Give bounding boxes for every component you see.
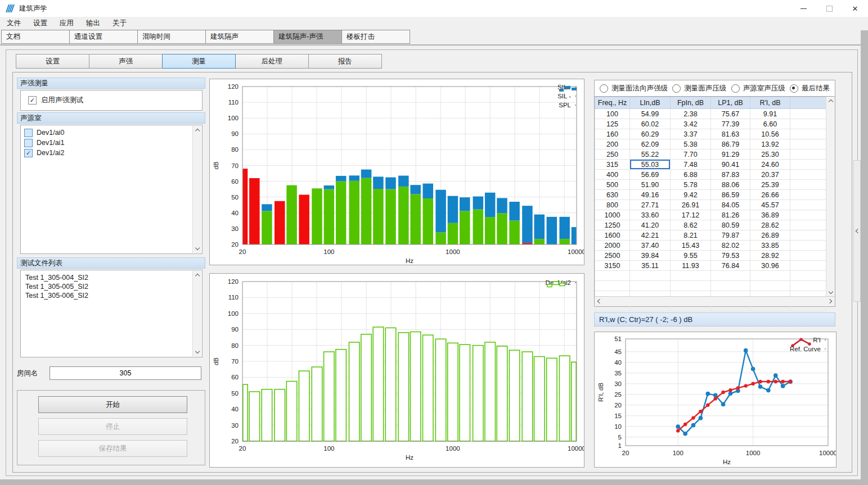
menu-item-1[interactable]: 设置 (27, 17, 53, 30)
sub-tab-1[interactable]: 声强 (89, 54, 163, 69)
table-cell[interactable]: 81.63 (711, 129, 750, 139)
table-cell[interactable]: 77.39 (711, 119, 750, 129)
table-cell[interactable]: 26.91 (671, 200, 711, 210)
table-cell[interactable]: 8.21 (671, 230, 711, 241)
table-cell[interactable] (790, 281, 826, 291)
channel-row-2[interactable]: Dev1/ai2 (21, 148, 202, 158)
table-cell[interactable]: 315 (595, 160, 630, 170)
table-cell[interactable]: 9.42 (671, 190, 711, 200)
table-cell[interactable]: 250 (595, 149, 630, 160)
table-cell[interactable]: 17.12 (671, 210, 711, 220)
table-cell[interactable]: 160 (595, 129, 630, 139)
table-cell[interactable]: 10.56 (750, 129, 790, 139)
legend-plot-style-icon[interactable] (825, 348, 826, 350)
table-cell[interactable]: 15.43 (671, 241, 711, 251)
table-cell[interactable]: 51.90 (630, 180, 671, 190)
table-cell[interactable]: 7.70 (671, 149, 711, 160)
sub-tab-4[interactable]: 报告 (308, 54, 382, 69)
result-view-radio-3[interactable]: 最后结果 (790, 84, 830, 93)
close-button[interactable]: ✕ (842, 0, 868, 17)
table-cell[interactable] (790, 139, 826, 149)
table-cell[interactable]: 54.99 (630, 109, 671, 119)
channel-row-0[interactable]: Dev1/ai0 (21, 128, 202, 138)
table-cell[interactable] (711, 281, 750, 291)
table-cell[interactable]: 2.38 (671, 109, 711, 119)
test-file-item-2[interactable]: Test 1_305-006_SI2 (21, 291, 202, 300)
scroll-up-icon[interactable] (193, 271, 201, 279)
table-cell[interactable]: 28.62 (750, 220, 790, 230)
table-cell[interactable]: 400 (595, 170, 630, 180)
table-cell[interactable] (790, 190, 826, 200)
legend-entry[interactable]: SIL - (557, 93, 576, 99)
table-cell[interactable]: 82.02 (711, 241, 750, 251)
main-tab-0[interactable]: 文档 (1, 30, 70, 44)
table-cell[interactable]: 30.96 (750, 261, 790, 271)
scroll-right-icon[interactable] (826, 297, 835, 305)
table-cell[interactable]: 76.84 (711, 261, 750, 271)
table-cell[interactable]: 11.93 (671, 261, 711, 271)
table-cell[interactable] (630, 271, 671, 281)
table-cell[interactable] (790, 210, 826, 220)
table-cell[interactable]: 8.62 (671, 220, 711, 230)
start-button[interactable]: 开始 (38, 396, 187, 413)
table-cell[interactable]: 27.71 (630, 200, 671, 210)
table-cell[interactable] (671, 281, 711, 291)
table-cell[interactable]: 7.48 (671, 160, 711, 170)
table-cell[interactable]: 41.20 (630, 220, 671, 230)
test-file-item-0[interactable]: Test 1_305-004_SI2 (21, 273, 202, 282)
sub-tab-3[interactable]: 后处理 (235, 54, 309, 69)
table-cell[interactable]: 80.59 (711, 220, 750, 230)
table-cell[interactable]: 33.85 (750, 241, 790, 251)
legend-entry[interactable]: Dev1/ai2 (546, 279, 576, 286)
file-list-scrollbar[interactable] (192, 271, 201, 356)
table-cell[interactable]: 6.60 (750, 119, 790, 129)
table-cell[interactable]: 81.26 (711, 210, 750, 220)
channel-row-1[interactable]: Dev1/ai1 (21, 138, 202, 148)
table-cell[interactable]: 45.57 (750, 200, 790, 210)
table-cell[interactable] (595, 271, 630, 281)
table-cell[interactable] (790, 129, 826, 139)
table-cell[interactable]: 56.69 (630, 170, 671, 180)
table-cell[interactable]: 60.29 (630, 129, 671, 139)
channel-list-scrollbar[interactable] (192, 126, 201, 253)
legend-entry[interactable]: Ref. Curve (790, 346, 826, 352)
menu-item-4[interactable]: 关于 (106, 17, 133, 30)
table-cell[interactable]: 800 (595, 200, 630, 210)
table-cell[interactable] (790, 271, 826, 281)
table-cell[interactable]: 5.38 (671, 139, 711, 149)
menu-item-0[interactable]: 文件 (1, 17, 27, 30)
table-cell[interactable]: 84.05 (711, 200, 750, 210)
sub-tab-0[interactable]: 设置 (16, 54, 89, 69)
scroll-down-icon[interactable] (193, 244, 201, 253)
result-view-radio-2[interactable]: 声源室声压级 (731, 84, 785, 93)
table-cell[interactable] (790, 220, 826, 230)
table-cell[interactable]: 100 (595, 109, 630, 119)
table-cell[interactable] (595, 281, 630, 291)
table-cell[interactable]: 1600 (595, 230, 630, 241)
table-cell[interactable]: 200 (595, 139, 630, 149)
scroll-up-icon[interactable] (826, 97, 835, 105)
channel-checkbox[interactable] (24, 149, 33, 157)
table-cell[interactable]: 62.09 (630, 139, 671, 149)
radio-icon[interactable] (731, 84, 740, 93)
scroll-down-icon[interactable] (193, 348, 201, 356)
maximize-button[interactable] (816, 0, 842, 17)
table-cell[interactable]: 25.39 (750, 180, 790, 190)
table-cell[interactable] (790, 241, 826, 251)
table-cell[interactable]: 2500 (595, 251, 630, 261)
table-cell[interactable] (711, 271, 750, 281)
menu-item-3[interactable]: 输出 (80, 17, 106, 30)
legend-plot-style-icon[interactable] (825, 339, 826, 341)
table-cell[interactable]: 26.66 (750, 190, 790, 200)
channel-checkbox[interactable] (24, 129, 33, 137)
table-cell[interactable]: 13.92 (750, 139, 790, 149)
table-cell[interactable] (790, 200, 826, 210)
result-view-radio-1[interactable]: 测量面声压级 (672, 84, 726, 93)
table-cell[interactable]: 49.16 (630, 190, 671, 200)
table-cell[interactable]: 25.30 (750, 149, 790, 160)
radio-icon[interactable] (790, 84, 798, 93)
table-cell[interactable]: 6.88 (671, 170, 711, 180)
table-cell[interactable]: 42.21 (630, 230, 671, 241)
table-cell[interactable] (750, 271, 790, 281)
table-horizontal-scrollbar[interactable] (595, 296, 835, 306)
